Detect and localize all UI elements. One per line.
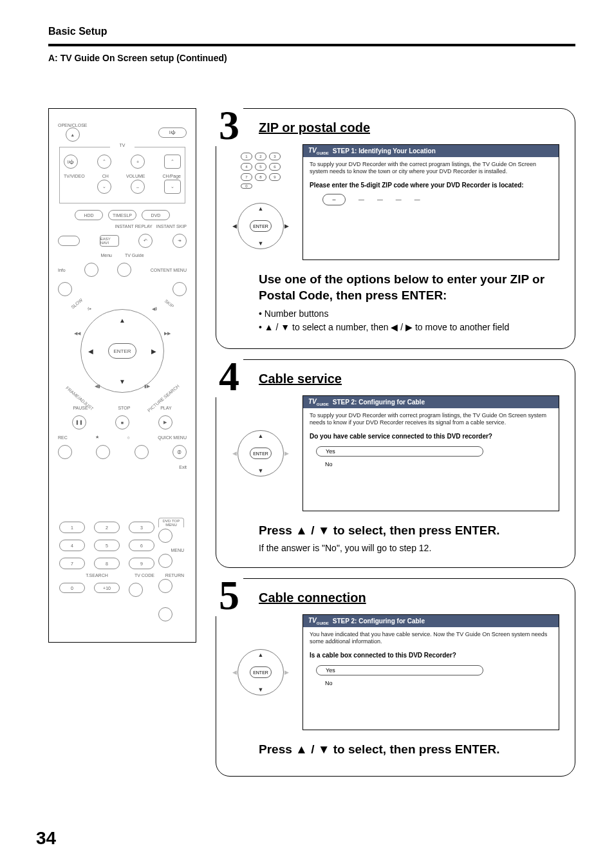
dvd-top-menu-label: DVD TOP MENU: [160, 519, 182, 527]
star-label: ★: [95, 435, 99, 440]
down-arrow-icon: ▼: [119, 378, 126, 385]
dvd-button: DVD: [142, 210, 170, 220]
digit-0: 0: [59, 583, 85, 593]
step-3-box: 3 ZIP or postal code 123 456 789 0: [216, 108, 575, 349]
digit-3: 3: [129, 522, 154, 533]
info-label: Info: [58, 268, 66, 272]
zip-digit-2: –: [358, 194, 364, 205]
quick-menu-button: ⦿: [172, 445, 187, 459]
step-5-number: 5: [215, 575, 243, 616]
slow-label: SLOW: [70, 297, 83, 310]
hdd-button: HDD: [75, 210, 103, 220]
digit-6: 6: [129, 540, 154, 551]
volume-label: VOLUME: [126, 174, 145, 178]
option-no: No: [316, 459, 552, 469]
tvcode-button: [158, 607, 172, 621]
circle-button: [135, 445, 149, 459]
mini-enter-button: ENTER: [250, 220, 272, 232]
content-menu-label: CONTENT MENU: [151, 268, 187, 272]
step-4-screen: TVGUIDE STEP 2: Configuring for Cable To…: [302, 395, 559, 511]
mini-dpad: ENTER ▲ ▼ ◀ ▶: [235, 200, 286, 252]
up-arrow-icon: ▲: [258, 205, 264, 212]
right-arrow-icon: ▶: [284, 223, 289, 229]
eject-icon: ▲: [66, 127, 80, 142]
mini-digit-7: 7: [241, 173, 252, 181]
content-menu-button: [172, 282, 187, 296]
right-arrow-icon: ▶: [284, 450, 289, 457]
tsearch-button: [129, 583, 143, 597]
menu-button: [84, 263, 98, 277]
mini-digit-4: 4: [241, 163, 252, 171]
stop-label: STOP: [118, 406, 130, 410]
power-button: I/⏻: [158, 127, 187, 138]
up-arrow-icon: ▲: [258, 433, 264, 439]
menu2-label: MENU: [158, 548, 184, 552]
step-4-screen-question: Do you have cable service connected to t…: [303, 430, 559, 445]
mini-digit-9: 9: [269, 173, 281, 181]
option-no: No: [316, 678, 552, 688]
mini-digit-3: 3: [269, 153, 281, 160]
blank-button: [58, 236, 80, 246]
tv-power-button: I/⏻: [64, 155, 78, 169]
vol-up-button: +: [131, 155, 145, 169]
zip-digit-3: –: [377, 194, 383, 205]
mini-dpad: ENTER ▲ ▼ ◀ ▶: [235, 646, 286, 698]
plus10-button: +10: [94, 583, 120, 593]
open-close-label: OPEN/CLOSE: [58, 123, 88, 127]
down-arrow-icon: ▼: [258, 240, 264, 247]
step-3-number: 3: [215, 105, 243, 146]
mini-digit-8: 8: [255, 173, 266, 181]
up-arrow-icon: ▲: [119, 317, 126, 324]
zip-digit-1: –: [322, 194, 346, 205]
digit-2: 2: [94, 522, 120, 533]
rec-button: [58, 445, 72, 459]
tv-guide-logo: TVGUIDE: [308, 147, 329, 155]
step-4-screen-desc: To supply your DVD Recorder with correct…: [303, 408, 559, 430]
ch-label: CH: [102, 174, 109, 178]
return-label: RETURN: [158, 573, 184, 578]
tvguide-label: TV Guide: [125, 253, 144, 258]
instant-replay-label: INSTANT REPLAY: [115, 224, 152, 229]
step-5-screen: TVGUIDE STEP 2: Configuring for Cable Yo…: [302, 614, 559, 730]
vol-down-button: –: [131, 180, 145, 194]
quick-menu-label: QUICK MENU: [158, 435, 187, 440]
option-yes: Yes: [316, 665, 483, 675]
step-5-box: 5 Cable connection ENTER ▲ ▼ ◀ ▶: [216, 578, 575, 777]
step-5-screen-question: Is a cable box connected to this DVD Rec…: [303, 649, 559, 664]
step-3-instruction-heading: Use one of the options below to enter yo…: [259, 272, 559, 303]
step-4-number: 4: [215, 356, 243, 397]
mini-digit-6: 6: [269, 163, 281, 171]
tvcode-label: TV CODE: [135, 573, 154, 578]
remote-control-diagram: OPEN/CLOSE ▲ I/⏻ TV I/⏻ ⌃ + ⌃ TV/VIDEO C…: [48, 108, 196, 643]
zip-digit-4: –: [396, 194, 402, 205]
step-fwd-icon: ▮▶: [144, 384, 150, 389]
mini-enter-button: ENTER: [250, 448, 272, 459]
remote-dpad: ENTER ▲ ▼ ◀ ▶ SLOW SKIP FRAME/ADJUST PIC…: [74, 303, 171, 399]
tvguide-button: [117, 263, 131, 277]
step-3-title: ZIP or postal code: [259, 120, 559, 135]
zip-digit-5: –: [414, 194, 420, 205]
right-arrow-icon: ▶: [151, 348, 156, 355]
menu-label: Menu: [100, 253, 112, 258]
digit-7: 7: [59, 558, 85, 569]
skip-fwd-icon: ◀⦊: [152, 307, 158, 312]
rec-label: REC: [58, 435, 68, 440]
instant-skip-button: ↠: [172, 234, 187, 248]
menu2-button: [158, 554, 172, 568]
play-button: ▶: [158, 415, 172, 429]
step-3-bullet-2: • ▲ / ▼ to select a number, then ◀ / ▶ t…: [259, 321, 559, 334]
tsearch-label: T.SEARCH: [86, 573, 108, 578]
page-number: 34: [36, 828, 56, 849]
instant-replay-button: ↶: [138, 234, 153, 248]
play-label: PLAY: [160, 406, 171, 410]
divider: [48, 44, 575, 46]
dvd-top-menu-button: [158, 529, 172, 543]
mini-enter-button: ENTER: [250, 666, 272, 678]
step-4-instruction-heading: Press ▲ / ▼ to select, then press ENTER.: [259, 523, 559, 539]
page-down-button: ⌄: [164, 180, 181, 194]
tv-section-label: TV: [117, 143, 128, 147]
number-pad: 1 2 3 4 5 6 7 8 9: [59, 522, 154, 571]
page-up-button: ⌃: [164, 155, 181, 169]
step-4-screen-header: STEP 2: Configuring for Cable: [333, 399, 425, 406]
step-4-title: Cable service: [259, 372, 559, 386]
